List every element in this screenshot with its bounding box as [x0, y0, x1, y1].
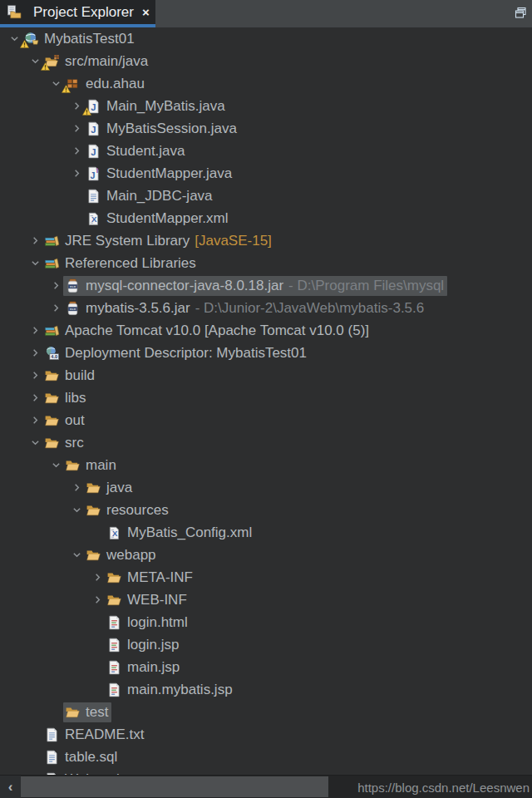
tree-item-content: README.txt	[42, 725, 147, 745]
tree-item-java[interactable]: java	[0, 476, 532, 499]
tree-item-studentmapper-xml[interactable]: XStudentMapper.xml	[0, 207, 532, 229]
tree: MybatisTest01src/main/javaedu.ahauJMain_…	[0, 27, 532, 798]
svg-text:I: I	[96, 166, 99, 175]
tree-item-content: src/main/java	[42, 52, 151, 71]
tree-item-label: test	[86, 705, 108, 719]
tree-item-deployment-descriptor-mybatistest01[interactable]: 4.0Deployment Descriptor: MybatisTest01	[0, 342, 532, 364]
tree-item-libs[interactable]: libs	[0, 387, 532, 409]
web-file-icon	[106, 638, 122, 653]
tree-item-main-jsp[interactable]: main.jsp	[0, 656, 532, 678]
chevron-down-icon[interactable]	[69, 549, 84, 562]
tree-item-web-inf[interactable]: WEB-INF	[0, 589, 532, 611]
chevron-right-icon[interactable]	[27, 369, 42, 382]
tree-item-referenced-libraries[interactable]: Referenced Libraries	[0, 252, 532, 274]
tree-item-content: main.mybatis.jsp	[105, 680, 236, 700]
chevron-right-icon[interactable]	[27, 324, 42, 337]
tree-item-content: main.jsp	[105, 658, 183, 677]
tree-item-src[interactable]: src	[0, 431, 532, 454]
svg-text:010: 010	[70, 308, 76, 311]
tree-item-label: src	[65, 436, 84, 450]
svg-text:X: X	[91, 214, 97, 223]
tree-item-out[interactable]: out	[0, 409, 532, 431]
tree-item-readme-txt[interactable]: README.txt	[0, 723, 532, 746]
tree-item-mysql-connector-java-8-0-18-jar[interactable]: 010mysql-connector-java-8.0.18.jar- D:\P…	[0, 274, 532, 297]
jar-icon: 010	[65, 301, 81, 316]
tree-item-src-main-java[interactable]: src/main/java	[0, 50, 532, 72]
tree-item-content: login.jsp	[105, 635, 182, 655]
tree-item-student-java[interactable]: JStudent.java	[0, 140, 532, 162]
folder-icon	[65, 458, 81, 473]
chevron-spacer	[90, 638, 105, 652]
chevron-right-icon[interactable]	[27, 392, 42, 405]
tree-item-webapp[interactable]: webapp	[0, 544, 532, 566]
chevron-spacer	[90, 683, 105, 697]
chevron-right-icon[interactable]	[69, 167, 84, 180]
tree-item-mybatissession-java[interactable]: JMyBatisSession.java	[0, 117, 532, 140]
tree-item-mybatistest01[interactable]: MybatisTest01	[0, 27, 532, 50]
java-interface-file-icon: JI	[86, 166, 101, 181]
tree-item-studentmapper-java[interactable]: JIStudentMapper.java	[0, 162, 532, 185]
tree-item-version-badge: [JavaSE-15]	[195, 233, 272, 249]
chevron-right-icon[interactable]	[48, 279, 63, 293]
chevron-right-icon[interactable]	[48, 302, 63, 315]
chevron-down-icon[interactable]	[27, 257, 42, 270]
tree-item-label: MyBatis_Config.xml	[127, 525, 252, 539]
tree-item-test[interactable]: test	[0, 701, 532, 723]
tree-item-content: JStudent.java	[84, 141, 189, 161]
svg-text:X: X	[112, 528, 118, 537]
scroll-left-arrow-icon[interactable]: ‹	[0, 776, 21, 798]
project-explorer-icon	[7, 5, 22, 19]
tab-project-explorer[interactable]: Project Explorer ×	[0, 0, 155, 27]
tree-item-main[interactable]: main	[0, 454, 532, 476]
tree-item-build[interactable]: build	[0, 364, 532, 387]
tree-item-content: java	[84, 478, 135, 498]
tree-item-login-html[interactable]: login.html	[0, 611, 532, 633]
tree-item-label: main.jsp	[127, 660, 180, 674]
tree-item-label: MybatisTest01	[44, 32, 135, 46]
scrollbar-thumb[interactable]	[21, 776, 328, 797]
view-toolbar	[155, 0, 532, 27]
minimize-view-icon[interactable]	[514, 6, 528, 19]
folder-icon	[86, 503, 101, 518]
tree-item-mybatis-3-5-6-jar[interactable]: 010mybatis-3.5.6.jar- D:\Junior-2\JavaWe…	[0, 297, 532, 319]
tree-item-content: XMyBatis_Config.xml	[105, 523, 255, 543]
text-file-icon	[86, 189, 101, 204]
tree-item-resources[interactable]: resources	[0, 499, 532, 521]
scrollbar-track: https://blog.csdn.net/Leesnwen	[328, 776, 532, 798]
tree-item-label: src/main/java	[65, 54, 148, 68]
close-icon[interactable]: ×	[142, 6, 150, 18]
warning-overlay-icon	[82, 107, 91, 116]
tree-item-main-jdbc-java[interactable]: Main_JDBC-java	[0, 185, 532, 207]
tree-item-mybatis-config-xml[interactable]: XMyBatis_Config.xml	[0, 521, 532, 544]
chevron-down-icon[interactable]	[48, 459, 63, 472]
tree-item-main-mybatis-java[interactable]: JMain_MyBatis.java	[0, 95, 532, 117]
chevron-right-icon[interactable]	[69, 122, 84, 135]
tree-item-content: WEB-INF	[105, 590, 190, 610]
tree-item-login-jsp[interactable]: login.jsp	[0, 633, 532, 656]
warning-overlay-icon	[62, 85, 71, 93]
chevron-right-icon[interactable]	[27, 347, 42, 360]
java-file-icon: J	[86, 99, 101, 114]
chevron-right-icon[interactable]	[27, 414, 42, 427]
tree-item-label: login.jsp	[127, 638, 179, 652]
tree-item-edu-ahau[interactable]: edu.ahau	[0, 72, 532, 95]
chevron-right-icon[interactable]	[69, 145, 84, 158]
chevron-right-icon[interactable]	[69, 481, 84, 495]
folder-icon	[65, 705, 81, 720]
folder-icon	[106, 570, 122, 585]
tree-item-main-mybatis-jsp[interactable]: main.mybatis.jsp	[0, 678, 532, 701]
chevron-right-icon[interactable]	[27, 234, 42, 248]
chevron-down-icon[interactable]	[27, 436, 42, 450]
chevron-spacer	[69, 190, 84, 203]
tree-item-jre-system-library[interactable]: JRE System Library[JavaSE-15]	[0, 229, 532, 252]
chevron-right-icon[interactable]	[90, 571, 105, 584]
tree-item-apache-tomcat-v10-0-apache-tomcat-v10-0-5[interactable]: Apache Tomcat v10.0 [Apache Tomcat v10.0…	[0, 319, 532, 342]
tree-item-content: build	[42, 366, 98, 386]
tree-item-meta-inf[interactable]: META-INF	[0, 566, 532, 589]
tree-item-label: resources	[106, 503, 169, 517]
tree-item-label: webapp	[106, 548, 156, 562]
chevron-down-icon[interactable]	[69, 504, 84, 517]
tree-item-content: JIStudentMapper.java	[84, 164, 235, 184]
chevron-right-icon[interactable]	[90, 594, 105, 607]
tree-item-table-sql[interactable]: table.sql	[0, 746, 532, 768]
